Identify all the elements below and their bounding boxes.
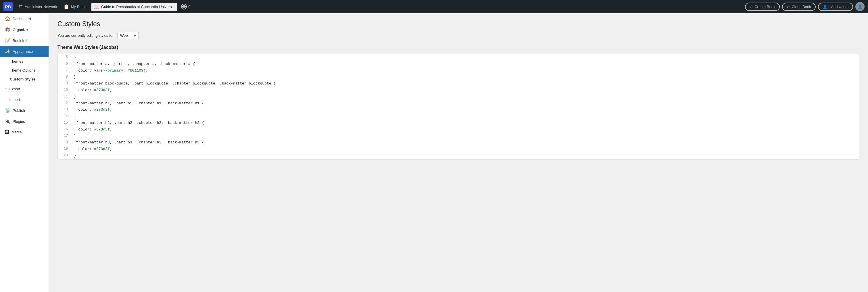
sidebar-item-dashboard[interactable]: 🏠 Dashboard: [0, 13, 49, 24]
line-number: 7: [58, 68, 71, 73]
organize-icon: 📚: [5, 27, 10, 32]
code-line: 16 color: #373d3f;: [58, 126, 859, 133]
book-info-icon: 📝: [5, 38, 10, 43]
line-content: color: #373d3f;: [74, 87, 112, 94]
line-content: .front-matter h2, .part h2, .chapter h2,…: [74, 120, 204, 126]
code-line: 10 color: #373d3f;: [58, 87, 859, 94]
page-title: Custom Styles: [58, 20, 859, 28]
line-content: }: [74, 153, 76, 159]
line-content: color: var(--primary, #b01109);: [74, 68, 148, 74]
sidebar-item-export[interactable]: ↑ Export: [0, 84, 49, 94]
updates-icon: [181, 4, 187, 9]
pressbooks-logo[interactable]: PB: [3, 2, 13, 11]
code-line: 20}: [58, 153, 859, 159]
line-content: color: #373d3f;: [74, 126, 112, 133]
editing-label: You are currently editing styles for:: [58, 33, 115, 38]
line-number: 17: [58, 133, 71, 139]
sidebar-item-publish[interactable]: 📡 Publish: [0, 105, 49, 116]
line-number: 14: [58, 113, 71, 119]
code-editor[interactable]: 5}6.front-matter a, .part a, .chapter a,…: [58, 54, 859, 160]
sidebar-sub-themes[interactable]: Themes: [0, 57, 49, 66]
line-number: 12: [58, 100, 71, 106]
code-line: 5}: [58, 54, 859, 61]
plugins-icon: 🔌: [5, 119, 10, 124]
code-line: 17}: [58, 133, 859, 140]
code-line: 13 color: #373d3f;: [58, 107, 859, 113]
administer-network-link[interactable]: 🏛 Administer Network: [16, 3, 60, 10]
clone-book-button[interactable]: ⊕ Clone Book: [782, 3, 815, 11]
line-number: 15: [58, 120, 71, 126]
line-content: .front-matter blockquote, .part blockquo…: [74, 80, 276, 87]
export-icon: ↑: [5, 87, 7, 91]
plus-circle-icon: ⊕: [750, 5, 753, 9]
line-content: .front-matter h3, .part h3, .chapter h3,…: [74, 139, 204, 146]
media-icon: 🖼: [5, 130, 9, 134]
line-number: 8: [58, 74, 71, 80]
line-number: 10: [58, 87, 71, 93]
code-line: 9.front-matter blockquote, .part blockqu…: [58, 80, 859, 87]
code-line: 14}: [58, 113, 859, 120]
my-books-link[interactable]: 📋 My Books: [61, 3, 90, 11]
sidebar-item-plugins[interactable]: 🔌 Plugins: [0, 116, 49, 127]
admin-icon: 🏛: [19, 4, 23, 9]
dashboard-icon: 🏠: [5, 16, 10, 21]
line-number: 5: [58, 54, 71, 60]
line-number: 6: [58, 61, 71, 67]
line-content: }: [74, 113, 76, 120]
line-number: 13: [58, 107, 71, 113]
code-line: 11}: [58, 94, 859, 100]
publish-icon: 📡: [5, 108, 10, 113]
updates-link[interactable]: 9: [179, 3, 192, 11]
book-icon: 📖: [94, 4, 99, 9]
code-line: 19 color: #373d3f;: [58, 146, 859, 153]
section-title: Theme Web Styles (Jacobs): [58, 45, 859, 50]
sidebar-item-import[interactable]: ↓ Import: [0, 94, 49, 105]
line-number: 9: [58, 80, 71, 87]
code-line: 12.front-matter h1, .part h1, .chapter h…: [58, 100, 859, 107]
sidebar-item-organize[interactable]: 📚 Organize: [0, 24, 49, 35]
line-content: }: [74, 133, 76, 140]
code-line: 7 color: var(--primary, #b01109);: [58, 68, 859, 74]
line-number: 18: [58, 139, 71, 145]
sidebar: 🏠 Dashboard 📚 Organize 📝 Book Info ✨ App…: [0, 13, 49, 292]
code-line: 18.front-matter h3, .part h3, .chapter h…: [58, 139, 859, 146]
books-icon: 📋: [64, 4, 69, 9]
top-navigation: PB 🏛 Administer Network 📋 My Books 📖 Gui…: [0, 0, 868, 13]
appearance-icon: ✨: [5, 49, 10, 54]
current-book-link[interactable]: 📖 Guide to Pressbooks at Concordia Unive…: [91, 3, 177, 11]
line-content: .front-matter a, .part a, .chapter a, .b…: [74, 61, 195, 68]
line-content: }: [74, 74, 76, 80]
main-layout: 🏠 Dashboard 📚 Organize 📝 Book Info ✨ App…: [0, 13, 868, 292]
sidebar-item-appearance[interactable]: ✨ Appearance: [0, 46, 49, 57]
code-line: 6.front-matter a, .part a, .chapter a, .…: [58, 61, 859, 68]
sidebar-item-media[interactable]: 🖼 Media: [0, 127, 49, 137]
line-content: }: [74, 54, 76, 61]
line-content: }: [74, 94, 76, 100]
code-line: 15.front-matter h2, .part h2, .chapter h…: [58, 120, 859, 126]
line-number: 11: [58, 94, 71, 100]
line-content: color: #373d3f;: [74, 146, 112, 153]
topnav-right-actions: ⊕ Create Book ⊕ Clone Book 👤+ Add Users …: [745, 2, 865, 11]
code-line: 8}: [58, 74, 859, 80]
add-users-button[interactable]: 👤+ Add Users: [818, 3, 853, 11]
sidebar-item-book-info[interactable]: 📝 Book Info: [0, 35, 49, 46]
add-user-icon: 👤+: [823, 5, 830, 9]
user-avatar[interactable]: 👤: [855, 2, 865, 11]
line-content: color: #373d3f;: [74, 107, 112, 113]
line-number: 20: [58, 153, 71, 159]
main-content: Custom Styles You are currently editing …: [49, 13, 868, 292]
sidebar-sub-custom-styles[interactable]: Custom Styles: [0, 75, 49, 84]
editing-bar: You are currently editing styles for: We…: [58, 32, 859, 39]
import-icon: ↓: [5, 97, 7, 102]
create-book-button[interactable]: ⊕ Create Book: [745, 3, 780, 11]
line-number: 19: [58, 146, 71, 152]
editing-select[interactable]: Web PDF ebook: [118, 32, 139, 39]
clone-icon: ⊕: [787, 5, 790, 9]
line-number: 16: [58, 126, 71, 132]
line-content: .front-matter h1, .part h1, .chapter h1,…: [74, 100, 204, 107]
sidebar-sub-theme-options[interactable]: Theme Options: [0, 66, 49, 75]
